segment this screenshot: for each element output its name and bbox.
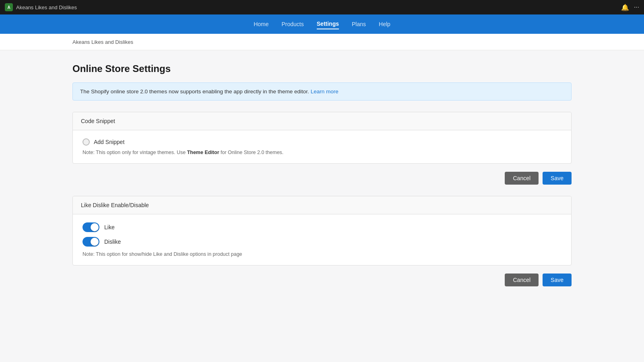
add-snippet-row: Add Snippet xyxy=(83,138,561,146)
like-dislike-header: Like Dislike Enable/Disable xyxy=(73,196,571,214)
nav-bar: Home Products Settings Plans Help xyxy=(0,14,644,34)
breadcrumb: Akeans Likes and Dislikes xyxy=(72,39,133,45)
nav-item-settings[interactable]: Settings xyxy=(317,19,339,29)
note-bold: Theme Editor xyxy=(187,150,219,155)
save-button-2[interactable]: Save xyxy=(543,274,572,286)
dislike-toggle[interactable] xyxy=(83,237,99,247)
nav-item-help[interactable]: Help xyxy=(379,19,390,29)
like-dislike-body: Like Dislike Note: This option for show/… xyxy=(73,214,571,265)
save-button-1[interactable]: Save xyxy=(543,172,572,185)
cancel-button-1[interactable]: Cancel xyxy=(505,172,539,185)
page-title: Online Store Settings xyxy=(72,63,572,74)
like-dislike-card: Like Dislike Enable/Disable Like Dislike… xyxy=(72,196,572,265)
note-prefix: Note: This option only for vintage theme… xyxy=(83,150,187,155)
code-snippet-card: Code Snippet Add Snippet Note: This opti… xyxy=(72,112,572,164)
cancel-button-2[interactable]: Cancel xyxy=(505,274,539,286)
nav-item-products[interactable]: Products xyxy=(282,19,304,29)
info-banner-text: The Shopify online store 2.0 themes now … xyxy=(80,88,309,95)
like-toggle[interactable] xyxy=(83,222,99,232)
app-icon-letter: A xyxy=(7,5,10,10)
like-toggle-row: Like xyxy=(83,222,561,232)
app-title: Akeans Likes and Dislikes xyxy=(16,4,77,10)
breadcrumb-bar: Akeans Likes and Dislikes xyxy=(0,34,644,50)
dislike-toggle-row: Dislike xyxy=(83,237,561,247)
dislike-label: Dislike xyxy=(104,239,121,245)
top-bar-left: A Akeans Likes and Dislikes xyxy=(5,3,77,11)
nav-item-plans[interactable]: Plans xyxy=(352,19,366,29)
top-bar-right: 🔔 ··· xyxy=(621,4,639,11)
add-snippet-radio[interactable] xyxy=(83,138,90,146)
top-bar: A Akeans Likes and Dislikes 🔔 ··· xyxy=(0,0,644,14)
like-dislike-note: Note: This option for show/hide Like and… xyxy=(83,251,561,257)
code-snippet-body: Add Snippet Note: This option only for v… xyxy=(73,130,571,163)
code-snippet-note: Note: This option only for vintage theme… xyxy=(83,150,561,155)
app-icon: A xyxy=(5,3,13,11)
info-banner: The Shopify online store 2.0 themes now … xyxy=(72,82,572,101)
learn-more-link[interactable]: Learn more xyxy=(311,88,339,95)
button-row-1: Cancel Save xyxy=(72,172,572,185)
code-snippet-header: Code Snippet xyxy=(73,112,571,130)
like-toggle-thumb xyxy=(91,223,99,231)
more-options-icon[interactable]: ··· xyxy=(634,4,639,11)
like-label: Like xyxy=(104,224,115,230)
add-snippet-label: Add Snippet xyxy=(94,139,124,145)
nav-item-home[interactable]: Home xyxy=(254,19,268,29)
main-content: Online Store Settings The Shopify online… xyxy=(0,50,644,361)
notification-icon[interactable]: 🔔 xyxy=(621,4,629,11)
button-row-2: Cancel Save xyxy=(72,274,572,286)
note-suffix: for Online Store 2.0 themes. xyxy=(219,150,284,155)
dislike-toggle-thumb xyxy=(91,238,99,246)
